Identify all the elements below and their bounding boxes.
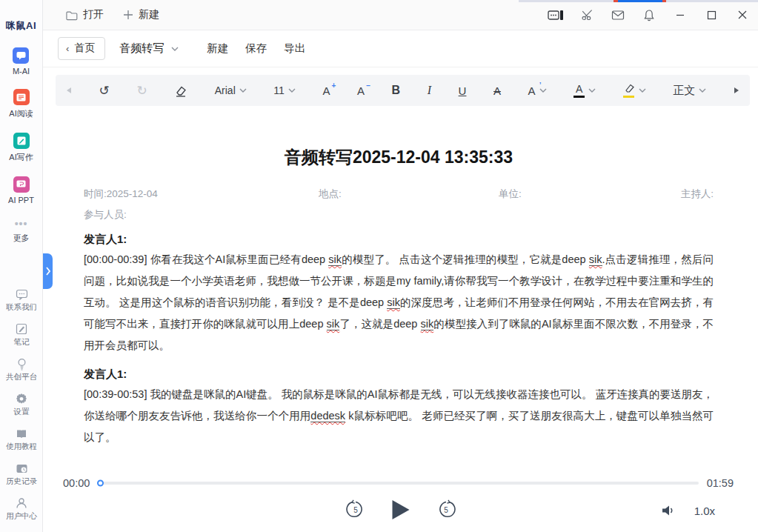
sidebar-item-contact[interactable]: 联系我们 [6,287,37,313]
close-button[interactable] [734,7,751,23]
tools-icon [581,9,594,21]
tutorial-icon [15,427,28,440]
sidebar-item-history[interactable]: 历史记录 [6,462,37,487]
sidebar-item-label: 共创平台 [6,372,37,382]
strikethrough-button[interactable]: A [493,84,501,97]
sidebar-expand-handle[interactable] [43,253,53,289]
sidebar-item-label: 联系我们 [6,302,37,313]
open-label: 打开 [83,8,104,21]
font-family-select[interactable]: Arial [215,84,247,96]
bold-button[interactable]: B [392,84,401,97]
font-color-glyph: A [576,83,582,95]
rewind-5s-button[interactable]: 5 [345,499,365,519]
strip-segment [519,0,614,2]
open-button[interactable]: 打开 [65,8,104,21]
font-size-select[interactable]: 11 [273,84,296,96]
note-icon [15,322,28,336]
plus-icon [123,10,133,20]
playback-speed-button[interactable]: 1.0x [694,505,715,517]
sidebar-item-settings[interactable]: 设置 [14,392,30,417]
paragraph-style-select[interactable]: 正文 [673,84,706,98]
new-doc-button[interactable]: 新建 [207,41,228,56]
voice-input-button[interactable] [548,7,564,23]
chevron-left-icon: ‹ [66,43,69,54]
sidebar: 咪鼠AI M-AIAI阅读AI写作AI PPT•••更多 联系我们笔记共创平台设… [0,0,43,532]
minimize-button[interactable] [672,7,688,23]
maximize-button[interactable] [703,7,719,23]
main-area: 打开 新建 [43,0,758,532]
platform-icon [15,357,28,370]
export-button[interactable]: 导出 [284,41,305,56]
progress-row: 00:00 01:59 [43,465,758,489]
toolbar-scroll-left-button[interactable] [66,87,72,94]
document-title: 音频转写2025-12-04 13:35:33 [84,146,714,169]
meta-time: 时间:2025-12-04 [84,187,319,201]
sidebar-item-more[interactable]: •••更多 [13,218,30,244]
toolbar-scroll-right-button[interactable] [734,87,739,94]
increase-font-button[interactable]: A+ [322,84,330,97]
misspelled-word: dedesk [310,410,345,422]
underline-button[interactable]: U [459,84,467,97]
sidebar-item-tutorial[interactable]: 使用教程 [6,427,37,452]
italic-button[interactable]: I [428,84,431,97]
sidebar-item-ai-ppt[interactable]: AI PPT [8,176,34,205]
sidebar-item-label: 更多 [13,233,30,244]
paragraph-style-value: 正文 [673,84,695,98]
sidebar-item-notes[interactable]: 笔记 [14,322,30,348]
audio-player: 00:00 01:59 5 [43,465,758,532]
undo-button[interactable]: ↺ [99,84,110,97]
sidebar-item-label: 使用教程 [6,442,37,452]
triangle-left-icon [66,87,72,94]
sidebar-item-label: 历史记录 [6,476,37,487]
read-icon [13,89,30,105]
titlebar-right [548,7,751,23]
sidebar-item-m-ai[interactable]: M-AI [13,47,30,76]
highlight-color-select[interactable] [623,84,646,98]
save-button[interactable]: 保存 [245,41,267,56]
strip-segment [666,0,758,2]
new-file-button[interactable]: 新建 [123,8,159,21]
sidebar-primary-group: M-AIAI阅读AI写作AI PPT•••更多 [0,47,42,257]
contact-icon [15,287,28,301]
sidebar-item-ai-write[interactable]: AI写作 [9,133,33,163]
home-button[interactable]: ‹ 首页 [58,37,105,60]
user-icon [15,496,28,510]
meta-place: 地点: [319,187,499,201]
plus-icon: + [332,82,336,90]
progress-handle[interactable] [97,480,104,487]
document-editor[interactable]: 音频转写2025-12-04 13:35:33 时间:2025-12-04 地点… [43,146,758,448]
player-controls-right: 1.0x [661,504,715,517]
misspelled-word: sik [589,253,602,266]
triangle-right-icon [734,87,739,94]
ppt-icon [13,176,30,193]
play-button[interactable] [392,500,409,519]
text-effect-select[interactable]: Aʼ [528,84,547,97]
notifications-button[interactable] [641,7,657,23]
sidebar-item-user[interactable]: 用户中心 [6,496,37,522]
redo-button[interactable]: ↻ [136,84,147,97]
meta-row: 时间:2025-12-04 地点: 单位: 主持人: [84,187,714,201]
tools-button[interactable] [579,7,595,23]
sidebar-secondary-group: 联系我们笔记共创平台设置使用教程历史记录用户中心 [0,287,43,531]
tab-audio-transcription[interactable]: 音频转写 [119,41,179,56]
forward-5-icon: 5 [436,499,456,519]
forward-5s-button[interactable]: 5 [436,499,456,519]
sidebar-item-label: AI PPT [8,196,34,205]
messages-button[interactable] [610,7,626,23]
volume-button[interactable] [661,504,675,517]
app-window: 咪鼠AI M-AIAI阅读AI写作AI PPT•••更多 联系我们笔记共创平台设… [0,0,758,532]
speaker-icon [661,504,675,517]
history-icon [15,462,28,475]
chevron-down-icon [588,88,596,93]
clear-format-button[interactable] [174,84,187,97]
font-color-select[interactable]: A [574,84,596,98]
svg-text:5: 5 [353,506,358,514]
chevron-down-icon [171,47,179,51]
meta-host: 主持人: [679,187,714,201]
sidebar-item-ai-read[interactable]: AI阅读 [9,89,33,119]
progress-bar[interactable] [98,482,698,485]
format-toolbar: ↺ ↻ Arial 11 A+ A− B I [56,75,750,106]
sidebar-item-platform[interactable]: 共创平台 [6,357,37,382]
decrease-font-button[interactable]: A− [357,84,365,97]
misspelled-word: sik [387,296,400,309]
